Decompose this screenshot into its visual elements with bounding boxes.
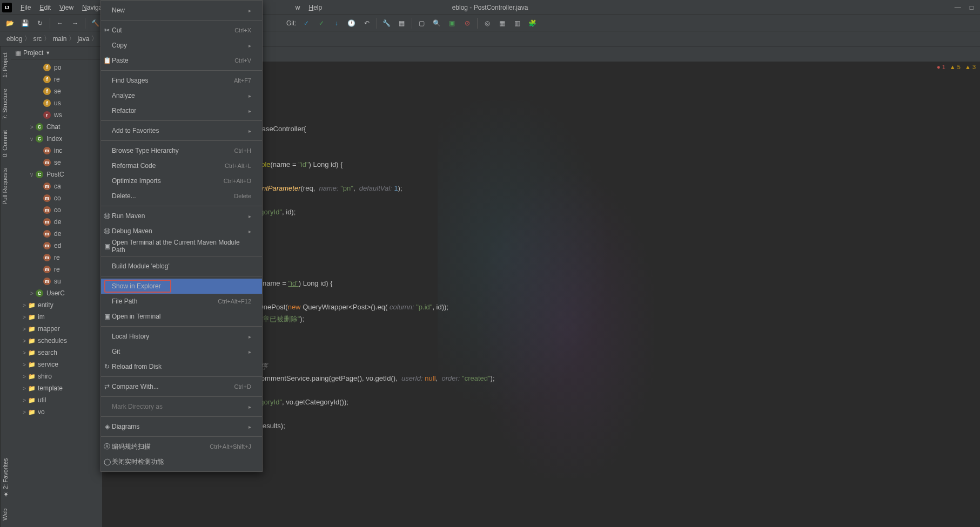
tree-node[interactable]: >📁im <box>11 311 102 323</box>
git-rollback-icon[interactable]: ↶ <box>361 18 372 29</box>
tree-node[interactable]: fre <box>11 73 102 85</box>
menu-file[interactable]: FFileile <box>16 0 35 15</box>
ctx-open-terminal-at-the-current-maven-module-path[interactable]: ▣Open Terminal at the Current Maven Modu… <box>101 239 262 254</box>
tree-node[interactable]: med <box>11 240 102 252</box>
ctx-cut[interactable]: ✂CutCtrl+X <box>101 23 262 38</box>
ctx-show-in-explorer[interactable]: Show in Explorer <box>101 279 262 294</box>
tab-favorites[interactable]: ★ 2: Favorites <box>2 456 10 500</box>
tab-pull-requests[interactable]: Pull Requests <box>2 166 10 207</box>
breadcrumb-item[interactable]: src <box>33 35 42 43</box>
tree-node[interactable]: fpo <box>11 62 102 73</box>
ctx-build-module-eblog-[interactable]: Build Module 'eblog' <box>101 259 262 274</box>
tree-node[interactable]: mre <box>11 252 102 264</box>
ctx-git[interactable]: Git▸ <box>101 344 262 359</box>
tree-node[interactable]: >CChat <box>11 121 102 133</box>
save-icon[interactable]: 💾 <box>19 18 30 29</box>
breadcrumb-item[interactable]: main <box>52 35 66 43</box>
ctx-debug-maven[interactable]: ⓂDebug Maven▸ <box>101 224 262 239</box>
git-history-icon[interactable]: 🕐 <box>346 18 357 29</box>
weak-warning-count[interactable]: ▲ 3 <box>965 64 976 70</box>
ctx-optimize-imports[interactable]: Optimize ImportsCtrl+Alt+O <box>101 173 262 188</box>
tab-commit[interactable]: 0: Commit <box>2 128 10 159</box>
tree-node[interactable]: >📁vo <box>11 406 102 418</box>
tree-node[interactable]: mco <box>11 204 102 216</box>
ctx--[interactable]: ◯关闭实时检测功能 <box>101 454 262 469</box>
sync-icon[interactable]: ↻ <box>35 18 45 29</box>
ctx-file-path[interactable]: File PathCtrl+Alt+F12 <box>101 294 262 309</box>
ctx-diagrams[interactable]: ◈Diagrams▸ <box>101 419 262 434</box>
ctx-analyze[interactable]: Analyze▸ <box>101 88 262 103</box>
tree-node[interactable]: >📁search <box>11 347 102 359</box>
tree-node[interactable]: mse <box>11 157 102 168</box>
ctx-run-maven[interactable]: ⓂRun Maven▸ <box>101 208 262 224</box>
ctx-paste[interactable]: 📋PasteCtrl+V <box>101 53 262 68</box>
tree-node[interactable]: fus <box>11 97 102 109</box>
project-header[interactable]: ▦ Project ▼ <box>11 46 102 59</box>
tree-node[interactable]: >📁schedules <box>11 335 102 347</box>
tree-node[interactable]: >📁shiro <box>11 370 102 382</box>
menu-edit[interactable]: Edit <box>35 0 55 15</box>
minimize-button[interactable]: — <box>955 4 961 11</box>
structure-icon[interactable]: ▦ <box>397 18 407 29</box>
menu-help[interactable]: Help <box>304 0 326 15</box>
inspection-bar[interactable]: ● 1 ▲ 5 ▲ 3 <box>937 64 976 70</box>
menu-view[interactable]: View <box>55 0 78 15</box>
tree-node[interactable]: vCIndex <box>11 133 102 145</box>
tree-node[interactable]: >📁service <box>11 359 102 370</box>
ctx-add-to-favorites[interactable]: Add to Favorites▸ <box>101 123 262 138</box>
breadcrumb-item[interactable]: java <box>77 35 89 43</box>
tree-node[interactable]: minc <box>11 145 102 157</box>
settings-icon[interactable]: 🔧 <box>381 18 392 29</box>
tab-structure[interactable]: 7: Structure <box>2 86 10 121</box>
puzzle-icon[interactable]: 🧩 <box>527 18 538 29</box>
maximize-button[interactable]: □ <box>970 4 974 11</box>
tab-project[interactable]: 1: Project <box>2 51 10 80</box>
warning-count[interactable]: ▲ 5 <box>950 64 961 70</box>
menu-window[interactable]: w <box>291 0 305 15</box>
error-count[interactable]: ● 1 <box>937 64 945 70</box>
git-commit-icon[interactable]: ✓ <box>301 18 312 29</box>
dropdown-icon[interactable]: ▼ <box>45 50 50 56</box>
ctx-delete-[interactable]: Delete...Delete <box>101 188 262 204</box>
ctx-find-usages[interactable]: Find UsagesAlt+F7 <box>101 73 262 88</box>
ctx-reformat-code[interactable]: Reformat CodeCtrl+Alt+L <box>101 158 262 173</box>
git-checkmark-icon[interactable]: ✓ <box>316 18 327 29</box>
open-icon[interactable]: 📂 <box>4 18 15 29</box>
ctx-refactor[interactable]: Refactor▸ <box>101 103 262 118</box>
stop-icon[interactable]: ⊘ <box>462 18 473 29</box>
ctx-new[interactable]: New▸ <box>101 3 262 18</box>
tree-node[interactable]: mca <box>11 180 102 192</box>
tab-web[interactable]: Web <box>2 506 10 523</box>
ctx--[interactable]: Ⓐ编码规约扫描Ctrl+Alt+Shift+J <box>101 439 262 454</box>
db-icon[interactable]: ▣ <box>447 18 458 29</box>
ctx-copy[interactable]: Copy▸ <box>101 38 262 53</box>
ctx-compare-with-[interactable]: ⇄Compare With...Ctrl+D <box>101 379 262 394</box>
tree-node[interactable]: mre <box>11 264 102 275</box>
ctx-open-in-terminal[interactable]: ▣Open in Terminal <box>101 309 262 324</box>
back-icon[interactable]: ← <box>55 18 65 29</box>
ctx-local-history[interactable]: Local History▸ <box>101 329 262 344</box>
tree-node[interactable]: fse <box>11 85 102 97</box>
coverage-icon[interactable]: ▥ <box>512 18 523 29</box>
tree-node[interactable]: msu <box>11 275 102 287</box>
tree-node[interactable]: >📁mapper <box>11 323 102 335</box>
forward-icon[interactable]: → <box>70 18 80 29</box>
avatar-icon[interactable]: ▢ <box>417 18 427 29</box>
tree-node[interactable]: mde <box>11 228 102 240</box>
breadcrumb-item[interactable]: eblog <box>6 35 22 43</box>
ctx-reload-from-disk[interactable]: ↻Reload from Disk <box>101 359 262 374</box>
build-icon[interactable]: 🔨 <box>90 18 100 29</box>
color-icon[interactable]: ▦ <box>497 18 508 29</box>
git-update-icon[interactable]: ↓ <box>331 18 342 29</box>
tree-node[interactable]: mco <box>11 192 102 204</box>
tree-node[interactable]: >📁template <box>11 382 102 394</box>
profiler-icon[interactable]: ◎ <box>482 18 493 29</box>
tree-node[interactable]: mde <box>11 216 102 228</box>
ctx-browse-type-hierarchy[interactable]: Browse Type HierarchyCtrl+H <box>101 143 262 158</box>
tree-node[interactable]: vCPostC <box>11 168 102 180</box>
tree-node[interactable]: >CUserC <box>11 287 102 299</box>
tree-node[interactable]: >📁util <box>11 394 102 406</box>
search-icon[interactable]: 🔍 <box>432 18 442 29</box>
tree-node[interactable]: rws <box>11 109 102 121</box>
tree-node[interactable]: >📁entity <box>11 299 102 311</box>
